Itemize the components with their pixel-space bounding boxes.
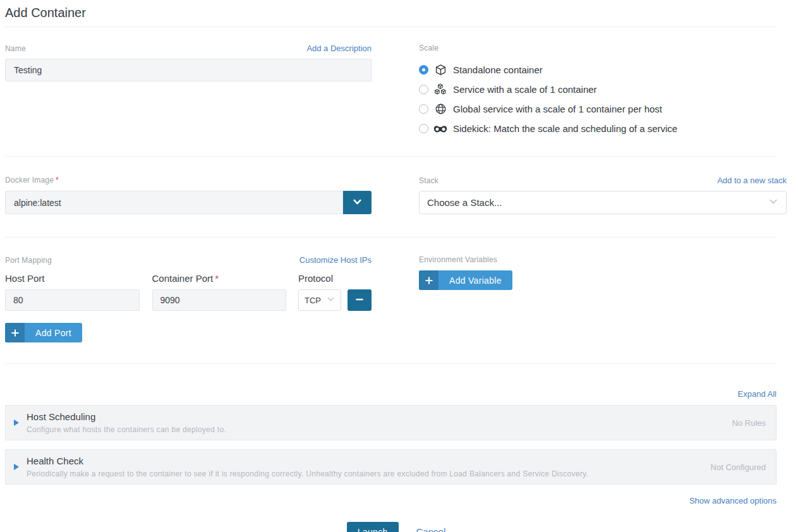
scale-label: Scale <box>419 44 438 52</box>
divider <box>5 363 777 364</box>
scale-option-global[interactable]: Global service with a scale of 1 contain… <box>419 99 787 119</box>
cancel-link[interactable]: Cancel <box>416 526 446 532</box>
remove-port-button[interactable] <box>348 289 372 311</box>
required-marker: * <box>215 273 219 284</box>
image-dropdown-button[interactable] <box>343 191 372 214</box>
name-input[interactable] <box>5 59 372 82</box>
name-label: Name <box>5 44 26 53</box>
protocol-label: Protocol <box>298 273 372 284</box>
radio-service[interactable] <box>419 85 428 94</box>
scale-option-label: Sidekick: Match the scale and scheduling… <box>453 123 677 134</box>
add-new-stack-link[interactable]: Add to a new stack <box>717 176 787 185</box>
add-container-form: Add Container Name Add a Description Sca… <box>0 0 798 532</box>
host-scheduling-accordion[interactable]: Host Scheduling Configure what hosts the… <box>5 405 777 440</box>
scale-option-standalone[interactable]: Standalone container <box>419 60 787 80</box>
status-badge: No Rules <box>732 418 766 428</box>
add-port-button[interactable]: Add Port <box>5 323 82 342</box>
mask-icon <box>433 124 448 133</box>
docker-image-label: Docker Image* <box>5 176 59 184</box>
protocol-select[interactable]: TCP <box>298 289 341 311</box>
expand-all-link[interactable]: Expand All <box>738 389 777 399</box>
docker-image-input[interactable] <box>5 191 343 214</box>
health-check-accordion[interactable]: Health Check Periodically make a request… <box>5 449 777 485</box>
chevron-down-icon <box>768 196 778 209</box>
host-port-input[interactable] <box>5 289 140 311</box>
expand-caret-icon[interactable] <box>14 420 19 426</box>
scale-option-label: Service with a scale of 1 container <box>453 84 597 95</box>
radio-sidekick[interactable] <box>419 124 428 133</box>
globe-icon <box>433 103 448 115</box>
chevron-down-icon <box>327 295 335 305</box>
name-scale-row: Name Add a Description Scale <box>5 27 787 156</box>
host-port-label: Host Port <box>5 273 140 284</box>
accordion-description: Periodically make a request to the conta… <box>27 469 698 479</box>
port-mapping-label: Port Mapping <box>5 256 52 265</box>
radio-standalone[interactable] <box>419 65 428 75</box>
scale-option-label: Standalone container <box>453 64 543 75</box>
required-marker: * <box>56 176 59 184</box>
customize-host-ips-link[interactable]: Customize Host IPs <box>299 255 372 265</box>
add-variable-label: Add Variable <box>438 270 512 290</box>
stack-select-value: Choose a Stack... <box>427 197 502 208</box>
add-description-link[interactable]: Add a Description <box>306 44 372 53</box>
container-port-input[interactable] <box>152 289 287 311</box>
image-stack-row: Docker Image* Stack Add to a new stack C… <box>5 157 787 237</box>
protocol-select-value: TCP <box>305 296 321 305</box>
plus-icon <box>5 323 25 342</box>
plus-icon <box>419 270 438 290</box>
chevron-down-icon <box>352 196 363 209</box>
launch-button[interactable]: Launch <box>347 522 399 532</box>
expand-caret-icon[interactable] <box>14 464 19 470</box>
accordion-description: Configure what hosts the containers can … <box>27 425 720 435</box>
minus-icon <box>355 295 364 306</box>
cubes-icon <box>433 83 448 95</box>
scale-option-service[interactable]: Service with a scale of 1 container <box>419 80 787 99</box>
container-port-label: Container Port* <box>152 273 287 284</box>
page-title: Add Container <box>5 0 787 27</box>
stack-label: Stack <box>419 176 438 185</box>
show-advanced-options-link[interactable]: Show advanced options <box>689 496 777 505</box>
add-variable-button[interactable]: Add Variable <box>419 270 512 290</box>
accordion-title: Health Check <box>27 455 698 468</box>
stack-select[interactable]: Choose a Stack... <box>419 191 787 214</box>
scale-option-label: Global service with a scale of 1 contain… <box>453 104 662 114</box>
form-actions: Launch Cancel <box>5 522 787 532</box>
ports-env-row: Port Mapping Customize Host IPs Host Por… <box>5 238 787 363</box>
scale-option-sidekick[interactable]: Sidekick: Match the scale and scheduling… <box>419 119 787 138</box>
scale-options: Standalone container <box>419 60 787 138</box>
add-port-label: Add Port <box>25 323 82 342</box>
status-badge: Not Configured <box>711 462 766 472</box>
accordion-title: Host Scheduling <box>27 411 720 423</box>
environment-variables-label: Environment Variables <box>419 255 497 264</box>
radio-global[interactable] <box>419 104 428 114</box>
cube-icon <box>433 64 448 76</box>
